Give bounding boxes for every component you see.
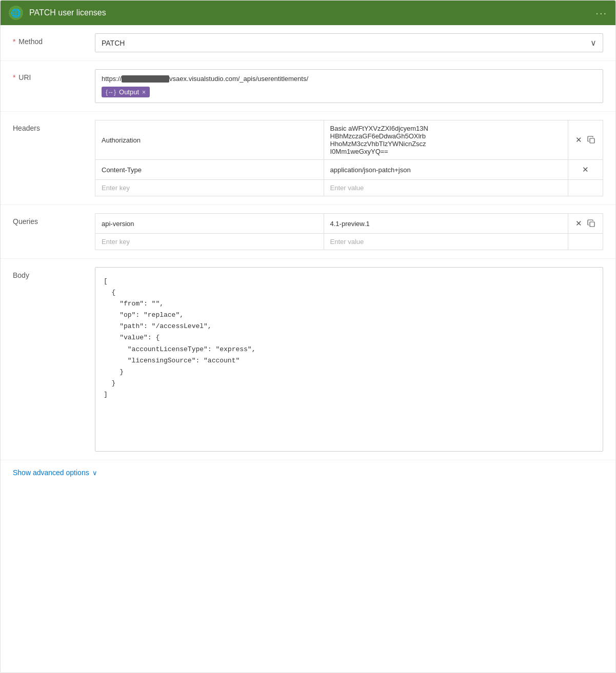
header-delete-content-type-button[interactable]: ✕ [581,164,590,175]
table-row: api-version 4.1-preview.1 ✕ [95,214,603,234]
query-delete-api-version-button[interactable]: ✕ [574,218,583,229]
uri-text: https://██████████vsaex.visualstudio.com… [102,75,597,83]
body-label: Body [13,267,95,279]
uri-required-star: * [13,73,15,81]
brace-icon: {↔} [106,89,116,96]
token-close-button[interactable]: × [142,89,146,96]
method-required-star: * [13,37,15,46]
header-value-authorization[interactable]: Basic aWFtYXVzZXI6djcyem13N HBhMzczaGF6e… [324,120,568,160]
method-label: * Method [13,33,95,46]
header-value-empty[interactable]: Enter value [324,180,568,196]
header-action-empty [568,180,603,196]
card-header: 🌐 PATCH user licenses ··· [1,1,615,25]
table-row: Enter key Enter value [95,234,603,250]
headers-label: Headers [13,120,95,132]
header-value-content-type[interactable]: application/json-patch+json [324,160,568,180]
query-copy-api-version-button[interactable] [586,218,597,229]
uri-control: https://██████████vsaex.visualstudio.com… [95,69,603,103]
header-copy-authorization-button[interactable] [586,135,597,145]
headers-control: Authorization Basic aWFtYXVzZXI6djcyem13… [95,120,603,196]
uri-row: * URI https://██████████vsaex.visualstud… [1,61,615,112]
card-body: * Method PATCH ∨ * URI https://█████████… [1,25,615,491]
body-textarea[interactable]: [ { "from": "", "op": "replace", "path":… [95,267,603,452]
card-title: PATCH user licenses [29,8,106,17]
header-action-authorization: ✕ [568,120,603,160]
uri-redacted: ██████████ [122,75,169,83]
header-key-authorization[interactable]: Authorization [95,120,324,160]
output-token-chip[interactable]: {↔} Output × [102,87,150,97]
header-delete-authorization-button[interactable]: ✕ [574,134,583,146]
uri-label: * URI [13,69,95,81]
header-left: 🌐 PATCH user licenses [9,6,106,20]
query-key-empty[interactable]: Enter key [95,234,324,250]
header-action-content-type: ✕ [568,160,603,180]
header-value-placeholder: Enter value [330,184,364,192]
queries-table: api-version 4.1-preview.1 ✕ [95,213,603,250]
queries-row: Queries api-version 4.1-preview.1 ✕ [1,205,615,259]
query-value-api-version[interactable]: 4.1-preview.1 [324,214,568,234]
more-options-button[interactable]: ··· [595,7,607,19]
method-chevron-icon: ∨ [590,38,597,48]
table-row: Content-Type application/json-patch+json… [95,160,603,180]
table-row: Enter key Enter value [95,180,603,196]
body-control: [ { "from": "", "op": "replace", "path":… [95,267,603,452]
patch-user-licenses-card: 🌐 PATCH user licenses ··· * Method PATCH… [0,0,616,673]
queries-control: api-version 4.1-preview.1 ✕ [95,213,603,250]
table-row: Authorization Basic aWFtYXVzZXI6djcyem13… [95,120,603,160]
header-key-placeholder: Enter key [102,184,130,192]
header-key-content-type[interactable]: Content-Type [95,160,324,180]
globe-icon: 🌐 [9,6,23,20]
header-key-empty[interactable]: Enter key [95,180,324,196]
query-key-placeholder: Enter key [102,238,130,246]
query-value-empty[interactable]: Enter value [324,234,568,250]
show-advanced-link[interactable]: Show advanced options [13,468,89,477]
query-value-placeholder: Enter value [330,238,364,246]
svg-rect-1 [590,222,594,227]
query-action-empty [568,234,603,250]
show-advanced-chevron-icon: ∨ [92,469,97,477]
svg-rect-0 [590,138,594,143]
method-row: * Method PATCH ∨ [1,25,615,61]
show-advanced-section: Show advanced options ∨ [1,460,615,481]
headers-row: Headers Authorization Basic aWFtYXVzZXI6… [1,112,615,205]
method-value: PATCH [102,39,125,47]
token-label: Output [119,88,139,96]
headers-table: Authorization Basic aWFtYXVzZXI6djcyem13… [95,120,603,196]
queries-label: Queries [13,213,95,226]
method-select[interactable]: PATCH ∨ [95,33,603,52]
uri-box[interactable]: https://██████████vsaex.visualstudio.com… [95,69,603,103]
query-key-api-version[interactable]: api-version [95,214,324,234]
query-action-api-version: ✕ [568,214,603,234]
method-control: PATCH ∨ [95,33,603,52]
body-row: Body [ { "from": "", "op": "replace", "p… [1,259,615,460]
